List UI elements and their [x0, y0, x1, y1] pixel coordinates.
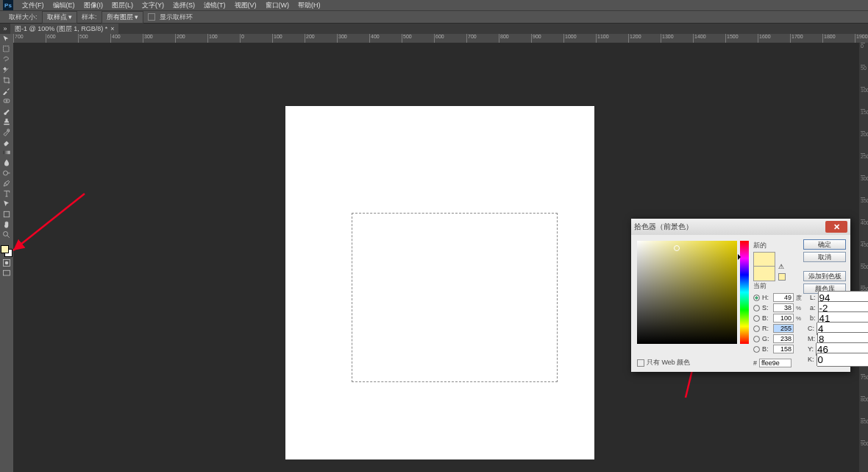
history-brush-tool[interactable]: [0, 127, 13, 137]
menu-type[interactable]: 文字(Y): [138, 1, 168, 10]
svg-rect-0: [4, 46, 10, 52]
menu-help[interactable]: 帮助(H): [294, 1, 325, 10]
menu-window[interactable]: 窗口(W): [261, 1, 294, 10]
quickmask-tool[interactable]: [0, 258, 13, 268]
zoom-tool[interactable]: [0, 230, 13, 240]
marquee-tool[interactable]: [0, 44, 13, 54]
bch-radio[interactable]: [753, 346, 760, 353]
svg-point-6: [4, 232, 8, 236]
tab-expand-icon[interactable]: »: [0, 25, 10, 32]
menu-layer[interactable]: 图层(L): [107, 1, 138, 10]
bch-input[interactable]: [773, 345, 794, 353]
eyedropper-tool[interactable]: [0, 85, 13, 96]
svg-point-4: [4, 171, 8, 175]
k-input[interactable]: [817, 353, 868, 367]
menu-bar: Ps 文件(F) 编辑(E) 图像(I) 图层(L) 文字(Y) 选择(S) 滤…: [0, 0, 868, 10]
color-swatch[interactable]: [0, 244, 13, 258]
color-cursor[interactable]: [674, 245, 680, 251]
svg-point-8: [5, 261, 9, 265]
crop-tool[interactable]: [0, 75, 13, 85]
eraser-tool[interactable]: [0, 137, 13, 147]
svg-rect-3: [4, 151, 10, 155]
pen-tool[interactable]: [0, 178, 13, 189]
gamut-warning-icon[interactable]: ⚠: [778, 263, 786, 270]
sample-size-dropdown[interactable]: 取样点 ▾: [42, 11, 78, 24]
h-input[interactable]: [773, 293, 794, 302]
horizontal-ruler: 7006005004003002001000100200300400500600…: [13, 34, 868, 43]
h-radio[interactable]: [753, 295, 760, 301]
ok-button[interactable]: 确定: [803, 239, 846, 250]
dialog-title: 拾色器（前景色）: [634, 222, 825, 232]
document-canvas[interactable]: [285, 106, 594, 459]
vertical-ruler: 0501001502002503003504004505005506006507…: [859, 43, 868, 472]
websafe-swatch[interactable]: [778, 273, 786, 281]
cancel-button[interactable]: 取消: [803, 252, 846, 262]
lasso-tool[interactable]: [0, 54, 13, 65]
s-radio[interactable]: [753, 305, 760, 311]
brush-tool[interactable]: [0, 106, 13, 116]
app-logo: Ps: [3, 0, 13, 10]
menu-select[interactable]: 选择(S): [168, 1, 199, 10]
hex-label: #: [753, 359, 757, 367]
new-color-label: 新的: [753, 241, 775, 250]
dialog-body: 新的 当前 ⚠ 确定 取消 添加到色板 颜色库 H:度 S:% B:% R: G…: [631, 235, 850, 372]
type-tool[interactable]: [0, 189, 13, 199]
menu-edit[interactable]: 编辑(E): [49, 1, 79, 10]
b-radio[interactable]: [753, 315, 760, 322]
gradient-tool[interactable]: [0, 147, 13, 158]
r-radio[interactable]: [753, 325, 760, 332]
r-input[interactable]: [773, 324, 794, 333]
close-icon[interactable]: ×: [110, 25, 114, 32]
g-input[interactable]: [773, 334, 794, 343]
svg-rect-5: [4, 211, 10, 217]
screenmode-tool[interactable]: [0, 268, 13, 278]
color-preview: 新的 当前: [753, 241, 775, 292]
shape-tool[interactable]: [0, 209, 13, 219]
marquee-selection[interactable]: [352, 213, 558, 382]
current-color-label: 当前: [753, 281, 775, 291]
color-field[interactable]: [637, 241, 737, 344]
blur-tool[interactable]: [0, 158, 13, 168]
new-color-swatch: [753, 252, 775, 267]
sample-size-label: 取样大小:: [9, 13, 38, 22]
healing-tool[interactable]: [0, 96, 13, 106]
document-tab[interactable]: 图-1 @ 100% (图层 1, RGB/8) *×: [10, 24, 118, 34]
show-ring-checkbox[interactable]: [148, 13, 155, 21]
svg-rect-9: [4, 270, 10, 275]
hex-input[interactable]: [759, 359, 791, 367]
sample-label: 样本:: [82, 13, 97, 22]
current-color-swatch[interactable]: [753, 267, 775, 281]
options-bar: 取样大小: 取样点 ▾ 样本: 所有图层 ▾ 显示取样环: [0, 10, 868, 24]
show-ring-label: 显示取样环: [160, 13, 193, 22]
menu-file[interactable]: 文件(F): [18, 1, 49, 10]
stamp-tool[interactable]: [0, 116, 13, 127]
close-button[interactable]: ✕: [825, 221, 847, 233]
bv-input[interactable]: [773, 314, 794, 323]
menu-filter[interactable]: 滤镜(T): [199, 1, 230, 10]
path-select-tool[interactable]: [0, 199, 13, 209]
web-only-label: 只有 Web 颜色: [647, 358, 690, 367]
move-tool[interactable]: [0, 34, 13, 44]
hue-cursor[interactable]: [738, 254, 741, 260]
toolbox: [0, 34, 13, 278]
dialog-titlebar[interactable]: 拾色器（前景色） ✕: [631, 219, 850, 235]
menu-image[interactable]: 图像(I): [79, 1, 108, 10]
sample-dropdown[interactable]: 所有图层 ▾: [102, 11, 144, 24]
g-radio[interactable]: [753, 336, 760, 342]
menu-view[interactable]: 视图(V): [230, 1, 261, 10]
hue-slider[interactable]: [740, 241, 749, 344]
dodge-tool[interactable]: [0, 168, 13, 178]
foreground-color[interactable]: [1, 245, 9, 253]
web-only-checkbox[interactable]: [637, 359, 644, 367]
document-tab-bar: » 图-1 @ 100% (图层 1, RGB/8) *×: [0, 24, 868, 34]
s-input[interactable]: [773, 303, 794, 312]
wand-tool[interactable]: [0, 65, 13, 75]
add-swatch-button[interactable]: 添加到色板: [803, 271, 846, 281]
color-picker-dialog: 拾色器（前景色） ✕ 新的 当前 ⚠ 确定 取消 添加到色板 颜色库 H:度 S…: [631, 219, 850, 372]
hand-tool[interactable]: [0, 219, 13, 230]
